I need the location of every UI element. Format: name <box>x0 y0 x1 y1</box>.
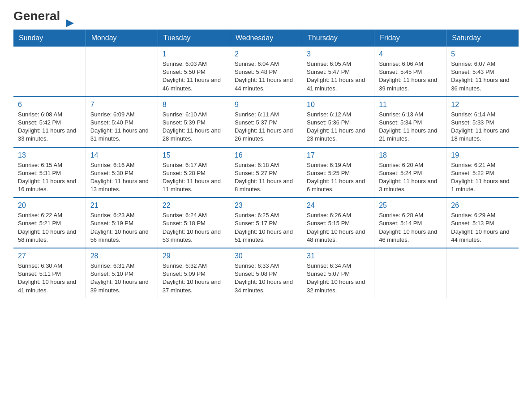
calendar-cell: 27Sunrise: 6:30 AMSunset: 5:11 PMDayligh… <box>13 248 86 298</box>
day-info: Sunrise: 6:17 AMSunset: 5:28 PMDaylight:… <box>163 161 225 194</box>
calendar-table: SundayMondayTuesdayWednesdayThursdayFrid… <box>13 30 519 298</box>
calendar-cell: 3Sunrise: 6:05 AMSunset: 5:47 PMDaylight… <box>302 47 374 97</box>
day-number: 13 <box>18 151 81 159</box>
calendar-cell: 25Sunrise: 6:28 AMSunset: 5:14 PMDayligh… <box>374 197 446 248</box>
calendar-header-thursday: Thursday <box>302 30 374 47</box>
calendar-cell: 20Sunrise: 6:22 AMSunset: 5:21 PMDayligh… <box>13 197 86 248</box>
day-number: 6 <box>18 101 81 109</box>
calendar-cell: 1Sunrise: 6:03 AMSunset: 5:50 PMDaylight… <box>158 47 230 97</box>
day-info: Sunrise: 6:15 AMSunset: 5:31 PMDaylight:… <box>18 161 81 194</box>
calendar-cell: 17Sunrise: 6:19 AMSunset: 5:25 PMDayligh… <box>302 147 374 198</box>
svg-marker-0 <box>66 19 74 27</box>
calendar-cell: 13Sunrise: 6:15 AMSunset: 5:31 PMDayligh… <box>13 147 86 198</box>
day-info: Sunrise: 6:20 AMSunset: 5:24 PMDaylight:… <box>379 161 442 194</box>
day-info: Sunrise: 6:07 AMSunset: 5:43 PMDaylight:… <box>451 60 514 93</box>
day-number: 5 <box>451 50 514 58</box>
calendar-header-saturday: Saturday <box>446 30 519 47</box>
day-number: 11 <box>379 101 442 109</box>
day-number: 1 <box>163 50 225 58</box>
day-info: Sunrise: 6:10 AMSunset: 5:39 PMDaylight:… <box>163 111 225 143</box>
calendar-cell: 29Sunrise: 6:32 AMSunset: 5:09 PMDayligh… <box>158 248 230 298</box>
day-number: 15 <box>163 151 225 159</box>
day-number: 2 <box>235 50 297 58</box>
day-info: Sunrise: 6:24 AMSunset: 5:18 PMDaylight:… <box>163 211 225 244</box>
day-info: Sunrise: 6:04 AMSunset: 5:48 PMDaylight:… <box>235 60 297 93</box>
day-info: Sunrise: 6:09 AMSunset: 5:40 PMDaylight:… <box>90 111 153 143</box>
page-header: General <box>13 9 519 21</box>
day-number: 24 <box>307 201 369 210</box>
day-number: 29 <box>163 252 225 260</box>
calendar-cell: 10Sunrise: 6:12 AMSunset: 5:36 PMDayligh… <box>302 97 374 147</box>
day-info: Sunrise: 6:33 AMSunset: 5:08 PMDaylight:… <box>235 262 297 295</box>
day-info: Sunrise: 6:14 AMSunset: 5:33 PMDaylight:… <box>451 111 514 143</box>
calendar-cell: 31Sunrise: 6:34 AMSunset: 5:07 PMDayligh… <box>302 248 374 298</box>
calendar-week-row: 13Sunrise: 6:15 AMSunset: 5:31 PMDayligh… <box>13 147 519 198</box>
day-number: 10 <box>307 101 369 109</box>
calendar-week-row: 1Sunrise: 6:03 AMSunset: 5:50 PMDaylight… <box>13 47 519 97</box>
calendar-cell: 28Sunrise: 6:31 AMSunset: 5:10 PMDayligh… <box>86 248 158 298</box>
day-number: 4 <box>379 50 442 58</box>
day-number: 8 <box>163 101 225 109</box>
calendar-header-friday: Friday <box>374 30 446 47</box>
logo-general-text: General <box>13 9 60 23</box>
calendar-header-row: SundayMondayTuesdayWednesdayThursdayFrid… <box>13 30 519 47</box>
day-number: 9 <box>235 101 297 109</box>
day-number: 25 <box>379 201 442 210</box>
calendar-cell: 5Sunrise: 6:07 AMSunset: 5:43 PMDaylight… <box>446 47 519 97</box>
calendar-cell: 22Sunrise: 6:24 AMSunset: 5:18 PMDayligh… <box>158 197 230 248</box>
calendar-cell: 15Sunrise: 6:17 AMSunset: 5:28 PMDayligh… <box>158 147 230 198</box>
calendar-cell: 21Sunrise: 6:23 AMSunset: 5:19 PMDayligh… <box>86 197 158 248</box>
day-info: Sunrise: 6:08 AMSunset: 5:42 PMDaylight:… <box>18 111 81 143</box>
day-number: 14 <box>90 151 153 159</box>
calendar-cell: 11Sunrise: 6:13 AMSunset: 5:34 PMDayligh… <box>374 97 446 147</box>
calendar-cell <box>86 47 158 97</box>
day-info: Sunrise: 6:30 AMSunset: 5:11 PMDaylight:… <box>18 262 81 295</box>
day-info: Sunrise: 6:03 AMSunset: 5:50 PMDaylight:… <box>163 60 225 93</box>
calendar-cell: 23Sunrise: 6:25 AMSunset: 5:17 PMDayligh… <box>230 197 302 248</box>
day-number: 30 <box>235 252 297 260</box>
day-info: Sunrise: 6:26 AMSunset: 5:15 PMDaylight:… <box>307 211 369 244</box>
day-info: Sunrise: 6:12 AMSunset: 5:36 PMDaylight:… <box>307 111 369 143</box>
calendar-week-row: 20Sunrise: 6:22 AMSunset: 5:21 PMDayligh… <box>13 197 519 248</box>
day-info: Sunrise: 6:32 AMSunset: 5:09 PMDaylight:… <box>163 262 225 295</box>
calendar-header-tuesday: Tuesday <box>158 30 230 47</box>
calendar-cell: 2Sunrise: 6:04 AMSunset: 5:48 PMDaylight… <box>230 47 302 97</box>
calendar-cell: 6Sunrise: 6:08 AMSunset: 5:42 PMDaylight… <box>13 97 86 147</box>
calendar-header-wednesday: Wednesday <box>230 30 302 47</box>
calendar-week-row: 6Sunrise: 6:08 AMSunset: 5:42 PMDaylight… <box>13 97 519 147</box>
day-info: Sunrise: 6:23 AMSunset: 5:19 PMDaylight:… <box>90 211 153 244</box>
day-info: Sunrise: 6:31 AMSunset: 5:10 PMDaylight:… <box>90 262 153 295</box>
day-info: Sunrise: 6:22 AMSunset: 5:21 PMDaylight:… <box>18 211 81 244</box>
day-info: Sunrise: 6:06 AMSunset: 5:45 PMDaylight:… <box>379 60 442 93</box>
day-info: Sunrise: 6:16 AMSunset: 5:30 PMDaylight:… <box>90 161 153 194</box>
day-number: 18 <box>379 151 442 159</box>
day-number: 16 <box>235 151 297 159</box>
day-number: 17 <box>307 151 369 159</box>
calendar-cell: 14Sunrise: 6:16 AMSunset: 5:30 PMDayligh… <box>86 147 158 198</box>
day-info: Sunrise: 6:05 AMSunset: 5:47 PMDaylight:… <box>307 60 369 93</box>
calendar-cell: 8Sunrise: 6:10 AMSunset: 5:39 PMDaylight… <box>158 97 230 147</box>
calendar-cell <box>446 248 519 298</box>
calendar-header-sunday: Sunday <box>13 30 86 47</box>
logo: General <box>13 9 65 21</box>
day-info: Sunrise: 6:28 AMSunset: 5:14 PMDaylight:… <box>379 211 442 244</box>
day-info: Sunrise: 6:11 AMSunset: 5:37 PMDaylight:… <box>235 111 297 143</box>
day-number: 26 <box>451 201 514 210</box>
calendar-cell: 4Sunrise: 6:06 AMSunset: 5:45 PMDaylight… <box>374 47 446 97</box>
calendar-cell: 9Sunrise: 6:11 AMSunset: 5:37 PMDaylight… <box>230 97 302 147</box>
day-number: 20 <box>18 201 81 210</box>
calendar-header-monday: Monday <box>86 30 158 47</box>
day-number: 7 <box>90 101 153 109</box>
calendar-cell: 7Sunrise: 6:09 AMSunset: 5:40 PMDaylight… <box>86 97 158 147</box>
day-number: 12 <box>451 101 514 109</box>
day-number: 22 <box>163 201 225 210</box>
day-info: Sunrise: 6:19 AMSunset: 5:25 PMDaylight:… <box>307 161 369 194</box>
calendar-cell: 16Sunrise: 6:18 AMSunset: 5:27 PMDayligh… <box>230 147 302 198</box>
calendar-cell: 24Sunrise: 6:26 AMSunset: 5:15 PMDayligh… <box>302 197 374 248</box>
day-number: 21 <box>90 201 153 210</box>
calendar-cell: 12Sunrise: 6:14 AMSunset: 5:33 PMDayligh… <box>446 97 519 147</box>
day-info: Sunrise: 6:21 AMSunset: 5:22 PMDaylight:… <box>451 161 514 194</box>
day-info: Sunrise: 6:13 AMSunset: 5:34 PMDaylight:… <box>379 111 442 143</box>
calendar-cell: 18Sunrise: 6:20 AMSunset: 5:24 PMDayligh… <box>374 147 446 198</box>
day-number: 3 <box>307 50 369 58</box>
